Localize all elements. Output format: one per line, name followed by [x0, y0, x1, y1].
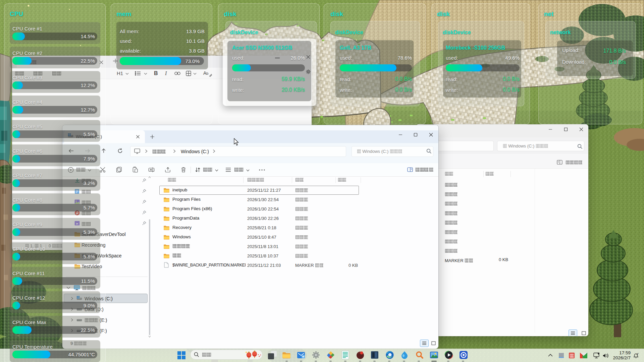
svg-text:z: z — [638, 352, 639, 354]
